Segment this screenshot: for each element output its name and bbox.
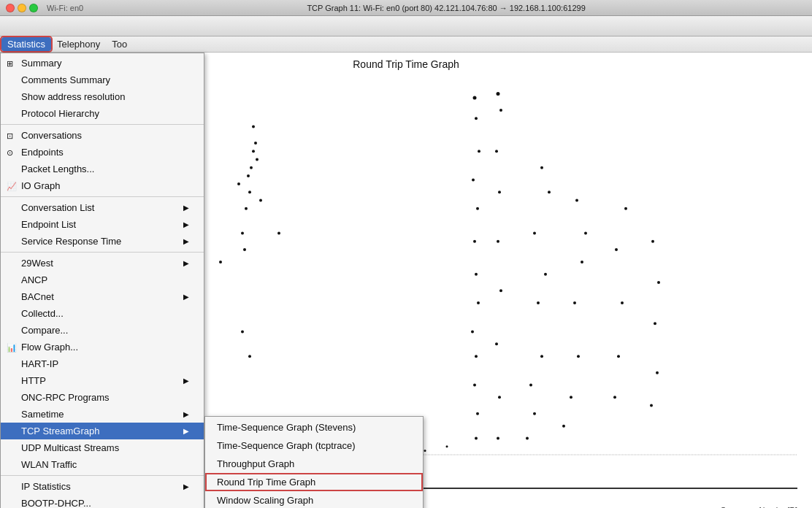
menu-item-comments-summary[interactable]: Comments Summary <box>1 72 204 88</box>
submenu-time-sequence-tcptrace[interactable]: Time-Sequence Graph (tcptrace) <box>205 436 423 455</box>
svg-point-85 <box>651 240 654 243</box>
menu-item-sametime[interactable]: Sametime ▶ <box>1 406 204 423</box>
svg-point-48 <box>478 150 480 153</box>
flow-graph-icon: 📊 <box>7 343 18 353</box>
svg-point-77 <box>617 355 620 358</box>
separator-4 <box>1 475 204 476</box>
menu-item-bootp-dhcp[interactable]: BOOTP-DHCP... <box>1 495 204 508</box>
submenu-window-scaling[interactable]: Window Scaling Graph <box>205 491 423 508</box>
svg-point-70 <box>570 396 572 399</box>
menu-statistics[interactable]: Statistics <box>1 37 51 51</box>
svg-point-67 <box>548 190 551 193</box>
menu-item-hart-ip[interactable]: HART-IP <box>1 355 204 372</box>
menu-item-29west[interactable]: 29West ▶ <box>1 255 204 272</box>
svg-point-54 <box>499 289 502 292</box>
minimize-button[interactable] <box>18 4 26 12</box>
svg-point-75 <box>575 199 578 202</box>
menu-item-show-address-resolution[interactable]: Show address resolution <box>1 88 204 105</box>
svg-point-76 <box>613 396 616 399</box>
menu-item-wlan-traffic[interactable]: WLAN Traffic <box>1 456 204 473</box>
window-title: TCP Graph 11: Wi-Fi: en0 (port 80) 42.12… <box>86 4 806 12</box>
menu-item-udp-multicast[interactable]: UDP Multicast Streams <box>1 439 204 456</box>
svg-point-40 <box>473 384 476 387</box>
svg-point-55 <box>497 240 499 243</box>
svg-point-73 <box>581 261 583 263</box>
svg-point-71 <box>577 355 580 358</box>
separator-1 <box>1 124 204 125</box>
submenu-round-trip-time[interactable]: Round Trip Time Graph <box>205 473 423 491</box>
menu-tools[interactable]: Too <box>106 37 133 51</box>
svg-point-78 <box>621 301 624 304</box>
svg-point-44 <box>475 273 478 276</box>
svg-point-43 <box>477 301 480 304</box>
menu-item-collectd[interactable]: Collectd... <box>1 305 204 322</box>
main-content: ⊞Summary Comments Summary Show address r… <box>0 53 812 508</box>
toolbar <box>0 16 812 36</box>
menu-item-endpoints[interactable]: ⊙Endpoints <box>1 144 204 161</box>
arrow-bacnet: ▶ <box>183 293 189 301</box>
svg-point-52 <box>498 396 501 399</box>
svg-point-41 <box>475 355 478 358</box>
svg-point-83 <box>654 322 656 325</box>
svg-point-61 <box>533 412 536 415</box>
svg-point-46 <box>476 207 479 210</box>
svg-point-80 <box>624 207 627 210</box>
menu-item-tcp-streamgraph[interactable]: TCP StreamGraph ▶ <box>1 423 204 439</box>
arrow-ip-statistics: ▶ <box>183 482 189 490</box>
menu-item-flow-graph[interactable]: 📊Flow Graph... <box>1 339 204 355</box>
menu-item-endpoint-list[interactable]: Endpoint List ▶ <box>1 216 204 233</box>
menu-item-http[interactable]: HTTP ▶ <box>1 372 204 389</box>
menu-item-compare[interactable]: Compare... <box>1 322 204 339</box>
svg-point-39 <box>476 412 479 415</box>
conversations-icon: ⊡ <box>7 131 18 141</box>
menu-bar: Statistics Telephony Too <box>0 36 812 53</box>
svg-point-64 <box>537 301 540 304</box>
arrow-endpoint-list: ▶ <box>183 220 189 228</box>
svg-point-49 <box>475 117 478 120</box>
arrow-service-response: ▶ <box>183 237 189 245</box>
svg-point-60 <box>526 437 529 440</box>
arrow-29west: ▶ <box>183 259 189 267</box>
close-button[interactable] <box>6 4 15 12</box>
svg-point-50 <box>473 96 477 100</box>
svg-point-63 <box>540 355 543 358</box>
menu-item-conversation-list[interactable]: Conversation List ▶ <box>1 199 204 216</box>
arrow-sametime: ▶ <box>183 410 189 418</box>
svg-point-37 <box>446 445 448 447</box>
menu-item-ancp[interactable]: ANCP <box>1 272 204 288</box>
menu-item-onc-rpc[interactable]: ONC-RPC Programs <box>1 389 204 406</box>
menu-item-ip-statistics[interactable]: IP Statistics ▶ <box>1 478 204 495</box>
svg-point-65 <box>544 273 547 276</box>
arrow-tcp-streamgraph: ▶ <box>183 427 189 435</box>
svg-point-79 <box>615 248 618 251</box>
menu-item-bacnet[interactable]: BACnet ▶ <box>1 288 204 305</box>
menu-item-summary[interactable]: ⊞Summary <box>1 55 204 72</box>
menu-item-packet-lengths[interactable]: Packet Lengths... <box>1 161 204 177</box>
arrow-conversation-list: ▶ <box>183 204 189 212</box>
svg-point-81 <box>650 404 653 407</box>
submenu-throughput-graph[interactable]: Throughput Graph <box>205 455 423 473</box>
title-bar: Wi-Fi: en0 TCP Graph 11: Wi-Fi: en0 (por… <box>0 0 812 16</box>
svg-point-62 <box>529 384 532 387</box>
svg-point-45 <box>473 240 476 243</box>
statistics-menu: ⊞Summary Comments Summary Show address r… <box>0 53 204 508</box>
menu-item-io-graph[interactable]: 📈IO Graph <box>1 177 204 194</box>
arrow-http: ▶ <box>183 377 189 385</box>
svg-point-58 <box>499 109 502 112</box>
svg-point-38 <box>475 437 478 440</box>
menu-telephony[interactable]: Telephony <box>51 37 106 51</box>
svg-point-42 <box>471 330 474 333</box>
io-graph-icon: 📈 <box>7 182 18 191</box>
svg-point-56 <box>498 190 501 193</box>
submenu-time-sequence-stevens[interactable]: Time-Sequence Graph (Stevens) <box>205 418 423 436</box>
svg-point-82 <box>656 372 659 374</box>
svg-point-68 <box>540 166 543 169</box>
svg-point-47 <box>472 179 475 182</box>
menu-item-protocol-hierarchy[interactable]: Protocol Hierarchy <box>1 105 204 122</box>
menu-item-conversations[interactable]: ⊡Conversations <box>1 127 204 144</box>
maximize-button[interactable] <box>29 4 38 12</box>
svg-point-53 <box>495 342 498 345</box>
endpoints-icon: ⊙ <box>7 148 18 158</box>
svg-point-69 <box>562 425 565 428</box>
menu-item-service-response-time[interactable]: Service Response Time ▶ <box>1 233 204 250</box>
